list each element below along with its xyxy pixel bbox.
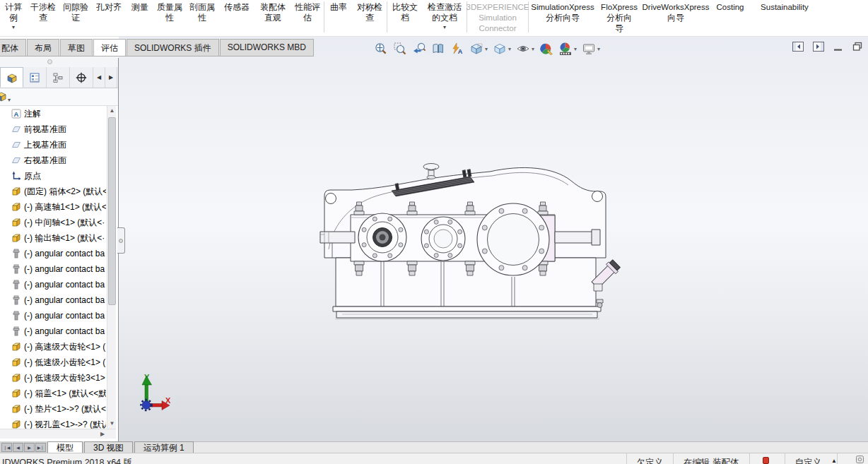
tab-property-manager[interactable] [23,67,47,88]
toolbar-button-floxpress-wizard[interactable]: FloXpress 分析向 导 [597,0,642,37]
tree-item-bearing-5[interactable]: (-) angular contact ba [0,308,106,323]
previous-tab-icon[interactable]: ◀ [13,443,23,452]
tab-row-filler [194,441,868,453]
tab-configuration-manager[interactable] [47,67,70,88]
toolbar-button-sensor[interactable]: 传感器 [219,0,254,37]
hide-show-items-icon[interactable]: ▾ [515,40,535,58]
tree-item-low-speed-gear[interactable]: (-) 低速级大齿轮3<1> [0,370,106,386]
chevron-down-icon[interactable]: ▾ [485,46,488,52]
chevron-down-icon[interactable]: ▾ [8,97,11,103]
tree-item-high-speed-shaft[interactable]: (-) 高速轴1<1> (默认< [0,199,106,215]
component-icon [11,420,21,429]
previous-view-icon[interactable] [411,40,427,58]
gearbox-assembly-model[interactable] [310,154,624,331]
scroll-up-icon[interactable]: ▲ [107,106,117,116]
tree-item-low-speed-pinion[interactable]: (-) 低速级小齿轮<1> ( [0,355,106,370]
tree-vertical-scrollbar[interactable]: ▲ ▼ [107,106,116,429]
tab-evaluate[interactable]: 评估 [93,39,126,56]
chevron-down-icon: ▾ [12,25,15,30]
edit-appearance-icon[interactable] [539,40,554,58]
tree-item-gasket[interactable]: (-) 垫片<1>->? (默认< [0,401,106,417]
caret-up-icon[interactable]: ▲ [831,453,837,464]
toolbar-button-assembly-visualization[interactable]: 装配体 直观 [254,0,291,37]
tab-solidworks-mbd[interactable]: SOLIDWORKS MBD [220,39,314,56]
tree-item-high-speed-gear[interactable]: (-) 高速级大齿轮<1> ( [0,339,106,355]
status-custom[interactable]: 自定义 [785,453,832,464]
last-tab-icon[interactable]: ▶❘ [35,443,46,452]
toolbar-button-section-properties[interactable]: 剖面属 性 [185,0,219,37]
triad-x-label: X [165,396,171,405]
tree-item-front-plane[interactable]: 前视基准面 [0,121,106,137]
tree-item-top-plane[interactable]: 上视基准面 [0,137,106,153]
toolbar-button-check-active-document[interactable]: 检查激活 的文档 ▾ [423,0,467,37]
apply-scene-icon[interactable]: ▾ [558,40,577,58]
tree-item-origin[interactable]: 原点 [0,168,106,184]
display-style-icon[interactable]: ▾ [492,40,512,58]
plane-icon [11,124,21,134]
tree-item-output-shaft[interactable]: (-) 输出轴<1> (默认<· [0,230,106,246]
tab-sketch[interactable]: 草图 [60,39,93,56]
tree-item-bearing-4[interactable]: (-) angular contact ba [0,292,106,308]
toolbar-button-study-calc[interactable]: 计算 例 ▾ [0,0,27,37]
chevron-down-icon[interactable]: ▾ [532,46,534,52]
toolbar-button-performance-evaluation[interactable]: 性能评 估 [291,0,324,37]
chevron-down-icon[interactable]: ▾ [597,46,600,52]
toolbar-button-sustainability[interactable]: Sustainability [751,0,819,37]
chevron-down-icon[interactable]: ▾ [508,46,511,52]
toolbar-button-simulationxpress-wizard[interactable]: SimulationXpress 分析向导 [529,0,597,37]
splitter-dot[interactable] [47,59,52,64]
expand-left-pane-icon[interactable] [792,42,804,52]
chevron-down-icon[interactable]: ▾ [574,46,577,52]
first-tab-icon[interactable]: ❘◀ [1,443,12,452]
tab-layout[interactable]: 布局 [27,39,59,56]
scroll-right-icon[interactable]: ▶ [98,429,107,439]
toolbar-button-clearance-verification[interactable]: 间隙验 证 [59,0,92,37]
tree-item-intermediate-shaft[interactable]: (-) 中间轴<1> (默认<· [0,215,106,230]
toolbar-button-curvature[interactable]: 曲率 [324,0,353,37]
tree-item-right-plane[interactable]: 右视基准面 [0,153,106,168]
tree-item-annotations[interactable]: 注解 [0,106,106,121]
expand-right-pane-icon[interactable] [813,42,824,52]
tab-model[interactable]: 模型 [47,441,83,453]
tree-item-bearing-3[interactable]: (-) angular contact ba [0,277,106,292]
tree-item-bearing-6[interactable]: (-) angular contact ba [0,323,106,339]
view-orientation-icon[interactable]: ▾ [469,40,488,58]
tab-solidworks-addins[interactable]: SOLIDWORKS 插件 [127,39,219,56]
toolbar-button-compare-documents[interactable]: 比较文 档 [387,0,423,37]
section-view-icon[interactable] [430,40,446,58]
command-manager-toolbar: 计算 例 ▾ 干涉检 查 间隙验 证 孔对齐 测量 质量属 性 剖面属 性 传感… [0,0,868,37]
document-tab-row: ❘◀ ◀ ▶ ▶❘ 模型 3D 视图 运动算例 1 [0,441,868,453]
annotation-view-icon[interactable]: A [450,40,465,58]
handle-dot [119,239,123,243]
scrollbar-thumb[interactable] [108,117,116,305]
toolbar-button-costing[interactable]: Costing [710,0,751,37]
next-tab-icon[interactable]: ▶ [24,443,35,452]
tree-item-bearing-2[interactable]: (-) angular contact ba [0,261,106,277]
tree-horizontal-scrollbar[interactable]: ▶ [0,429,116,439]
tab-3d-views[interactable]: 3D 视图 [84,441,133,453]
toolbar-button-measure[interactable]: 测量 [126,0,154,37]
scroll-down-icon[interactable]: ▼ [107,419,117,429]
zoom-to-fit-icon[interactable] [373,40,389,58]
panel-tabs-scroll-left-icon[interactable]: ◀ [93,67,105,88]
zoom-to-area-icon[interactable] [392,40,408,58]
toolbar-button-symmetry-check[interactable]: 对称检 查 [353,0,387,37]
tree-item-housing[interactable]: (固定) 箱体<2> (默认< [0,184,106,199]
toolbar-button-interference-detection[interactable]: 干涉检 查 [27,0,59,37]
status-tray-icon[interactable] [837,453,868,464]
minimize-icon[interactable] [833,42,843,52]
panel-collapse-handle[interactable] [117,227,125,254]
view-settings-icon[interactable]: ▾ [581,40,601,58]
tree-item-bearing-1[interactable]: (-) angular contact ba [0,246,106,261]
panel-tabs-scroll-right-icon[interactable]: ▶ [105,67,117,88]
tab-featuremanager-design-tree[interactable] [0,67,23,88]
toolbar-button-hole-alignment[interactable]: 孔对齐 [92,0,126,37]
flyout-tree-header[interactable]: ▾ [0,88,118,106]
tab-assembly[interactable]: 配体 [0,39,26,56]
toolbar-button-driveworksxpress-wizard[interactable]: DriveWorksXpress 向导 [642,0,710,37]
restore-icon[interactable] [852,42,862,52]
toolbar-button-mass-properties[interactable]: 质量属 性 [154,0,185,37]
tab-motion-study-1[interactable]: 运动算例 1 [134,441,194,453]
tab-dimxpert-manager[interactable] [70,67,93,88]
tree-item-housing-cover[interactable]: (-) 箱盖<1> (默认<<默 [0,386,106,401]
